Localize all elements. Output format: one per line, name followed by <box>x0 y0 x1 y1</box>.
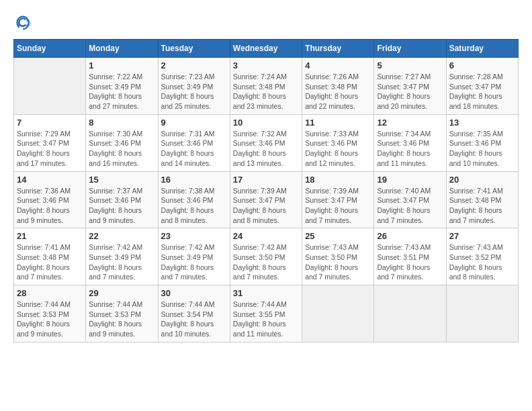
day-info: Sunrise: 7:24 AM Sunset: 3:48 PM Dayligh… <box>233 72 299 111</box>
day-info: Sunrise: 7:34 AM Sunset: 3:46 PM Dayligh… <box>377 129 443 169</box>
day-info: Sunrise: 7:30 AM Sunset: 3:46 PM Dayligh… <box>89 129 154 169</box>
calendar-cell: 18Sunrise: 7:39 AM Sunset: 3:47 PM Dayli… <box>302 171 374 228</box>
day-info: Sunrise: 7:44 AM Sunset: 3:54 PM Dayligh… <box>161 300 227 339</box>
day-number: 19 <box>377 175 443 185</box>
calendar-cell: 28Sunrise: 7:44 AM Sunset: 3:53 PM Dayli… <box>14 285 86 342</box>
calendar-cell <box>446 285 518 342</box>
calendar-cell: 4Sunrise: 7:26 AM Sunset: 3:48 PM Daylig… <box>302 58 374 115</box>
day-info: Sunrise: 7:41 AM Sunset: 3:48 PM Dayligh… <box>17 242 83 282</box>
calendar-cell <box>14 58 86 115</box>
day-info: Sunrise: 7:35 AM Sunset: 3:46 PM Dayligh… <box>449 129 515 169</box>
calendar-cell <box>302 285 374 342</box>
calendar-cell: 19Sunrise: 7:40 AM Sunset: 3:47 PM Dayli… <box>374 171 446 228</box>
day-info: Sunrise: 7:44 AM Sunset: 3:53 PM Dayligh… <box>17 300 83 339</box>
calendar-cell: 29Sunrise: 7:44 AM Sunset: 3:53 PM Dayli… <box>86 285 158 342</box>
calendar-cell: 15Sunrise: 7:37 AM Sunset: 3:46 PM Dayli… <box>86 171 158 228</box>
calendar-cell: 23Sunrise: 7:42 AM Sunset: 3:49 PM Dayli… <box>158 228 230 285</box>
day-info: Sunrise: 7:42 AM Sunset: 3:50 PM Dayligh… <box>233 242 299 282</box>
calendar-cell: 25Sunrise: 7:43 AM Sunset: 3:50 PM Dayli… <box>302 228 374 285</box>
day-info: Sunrise: 7:40 AM Sunset: 3:47 PM Dayligh… <box>377 186 443 226</box>
day-info: Sunrise: 7:37 AM Sunset: 3:46 PM Dayligh… <box>89 186 154 226</box>
day-info: Sunrise: 7:26 AM Sunset: 3:48 PM Dayligh… <box>305 72 371 111</box>
calendar-cell: 3Sunrise: 7:24 AM Sunset: 3:48 PM Daylig… <box>230 58 302 115</box>
day-number: 4 <box>305 60 371 71</box>
weekday-header-monday: Monday <box>86 40 158 58</box>
day-number: 25 <box>305 231 371 241</box>
calendar-cell: 16Sunrise: 7:38 AM Sunset: 3:46 PM Dayli… <box>158 171 230 228</box>
day-number: 2 <box>161 60 227 71</box>
calendar-cell: 13Sunrise: 7:35 AM Sunset: 3:46 PM Dayli… <box>446 114 518 171</box>
day-info: Sunrise: 7:29 AM Sunset: 3:47 PM Dayligh… <box>17 129 83 169</box>
day-info: Sunrise: 7:42 AM Sunset: 3:49 PM Dayligh… <box>161 242 227 282</box>
day-info: Sunrise: 7:38 AM Sunset: 3:46 PM Dayligh… <box>161 186 227 226</box>
logo <box>13 13 35 32</box>
day-info: Sunrise: 7:31 AM Sunset: 3:46 PM Dayligh… <box>161 129 227 169</box>
day-number: 30 <box>161 288 227 298</box>
calendar-week-3: 14Sunrise: 7:36 AM Sunset: 3:46 PM Dayli… <box>14 171 519 228</box>
day-number: 5 <box>377 60 443 71</box>
day-number: 27 <box>449 231 515 241</box>
day-info: Sunrise: 7:42 AM Sunset: 3:49 PM Dayligh… <box>89 242 154 282</box>
calendar-cell: 26Sunrise: 7:43 AM Sunset: 3:51 PM Dayli… <box>374 228 446 285</box>
calendar-week-4: 21Sunrise: 7:41 AM Sunset: 3:48 PM Dayli… <box>14 228 519 285</box>
calendar-week-2: 7Sunrise: 7:29 AM Sunset: 3:47 PM Daylig… <box>14 114 519 171</box>
calendar-cell: 8Sunrise: 7:30 AM Sunset: 3:46 PM Daylig… <box>86 114 158 171</box>
weekday-header-friday: Friday <box>374 40 446 58</box>
day-info: Sunrise: 7:39 AM Sunset: 3:47 PM Dayligh… <box>233 186 299 226</box>
day-number: 29 <box>89 288 154 298</box>
calendar-table: SundayMondayTuesdayWednesdayThursdayFrid… <box>13 39 519 342</box>
day-info: Sunrise: 7:23 AM Sunset: 3:49 PM Dayligh… <box>161 72 227 111</box>
day-info: Sunrise: 7:27 AM Sunset: 3:47 PM Dayligh… <box>377 72 443 111</box>
day-number: 24 <box>233 231 299 241</box>
calendar-cell: 30Sunrise: 7:44 AM Sunset: 3:54 PM Dayli… <box>158 285 230 342</box>
calendar-cell: 9Sunrise: 7:31 AM Sunset: 3:46 PM Daylig… <box>158 114 230 171</box>
day-info: Sunrise: 7:39 AM Sunset: 3:47 PM Dayligh… <box>305 186 371 226</box>
calendar-cell: 21Sunrise: 7:41 AM Sunset: 3:48 PM Dayli… <box>14 228 86 285</box>
day-number: 23 <box>161 231 227 241</box>
day-info: Sunrise: 7:44 AM Sunset: 3:53 PM Dayligh… <box>89 300 154 339</box>
day-number: 7 <box>17 118 83 128</box>
day-number: 20 <box>449 175 515 185</box>
weekday-header-tuesday: Tuesday <box>158 40 230 58</box>
day-info: Sunrise: 7:28 AM Sunset: 3:47 PM Dayligh… <box>449 72 515 111</box>
day-number: 15 <box>89 175 154 185</box>
day-number: 13 <box>449 118 515 128</box>
logo-icon <box>13 13 32 32</box>
calendar-week-5: 28Sunrise: 7:44 AM Sunset: 3:53 PM Dayli… <box>14 285 519 342</box>
page-header <box>13 13 519 32</box>
calendar-cell: 22Sunrise: 7:42 AM Sunset: 3:49 PM Dayli… <box>86 228 158 285</box>
calendar-cell: 7Sunrise: 7:29 AM Sunset: 3:47 PM Daylig… <box>14 114 86 171</box>
day-number: 31 <box>233 288 299 298</box>
day-info: Sunrise: 7:43 AM Sunset: 3:51 PM Dayligh… <box>377 242 443 282</box>
day-number: 28 <box>17 288 83 298</box>
day-number: 1 <box>89 60 154 71</box>
calendar-cell: 11Sunrise: 7:33 AM Sunset: 3:46 PM Dayli… <box>302 114 374 171</box>
calendar-cell: 20Sunrise: 7:41 AM Sunset: 3:48 PM Dayli… <box>446 171 518 228</box>
day-number: 8 <box>89 118 154 128</box>
day-info: Sunrise: 7:43 AM Sunset: 3:50 PM Dayligh… <box>305 242 371 282</box>
day-number: 9 <box>161 118 227 128</box>
calendar-cell: 10Sunrise: 7:32 AM Sunset: 3:46 PM Dayli… <box>230 114 302 171</box>
weekday-header-sunday: Sunday <box>14 40 86 58</box>
weekday-header-row: SundayMondayTuesdayWednesdayThursdayFrid… <box>14 40 519 58</box>
day-number: 3 <box>233 60 299 71</box>
day-number: 17 <box>233 175 299 185</box>
day-info: Sunrise: 7:36 AM Sunset: 3:46 PM Dayligh… <box>17 186 83 226</box>
calendar-cell: 31Sunrise: 7:44 AM Sunset: 3:55 PM Dayli… <box>230 285 302 342</box>
day-info: Sunrise: 7:33 AM Sunset: 3:46 PM Dayligh… <box>305 129 371 169</box>
day-number: 6 <box>449 60 515 71</box>
day-number: 16 <box>161 175 227 185</box>
day-number: 21 <box>17 231 83 241</box>
calendar-body: 1Sunrise: 7:22 AM Sunset: 3:49 PM Daylig… <box>14 58 519 342</box>
day-info: Sunrise: 7:22 AM Sunset: 3:49 PM Dayligh… <box>89 72 154 111</box>
day-info: Sunrise: 7:43 AM Sunset: 3:52 PM Dayligh… <box>449 242 515 282</box>
weekday-header-saturday: Saturday <box>446 40 518 58</box>
day-info: Sunrise: 7:41 AM Sunset: 3:48 PM Dayligh… <box>449 186 515 226</box>
day-info: Sunrise: 7:32 AM Sunset: 3:46 PM Dayligh… <box>233 129 299 169</box>
weekday-header-thursday: Thursday <box>302 40 374 58</box>
calendar-cell <box>374 285 446 342</box>
calendar-cell: 14Sunrise: 7:36 AM Sunset: 3:46 PM Dayli… <box>14 171 86 228</box>
calendar-cell: 27Sunrise: 7:43 AM Sunset: 3:52 PM Dayli… <box>446 228 518 285</box>
calendar-cell: 12Sunrise: 7:34 AM Sunset: 3:46 PM Dayli… <box>374 114 446 171</box>
day-number: 26 <box>377 231 443 241</box>
